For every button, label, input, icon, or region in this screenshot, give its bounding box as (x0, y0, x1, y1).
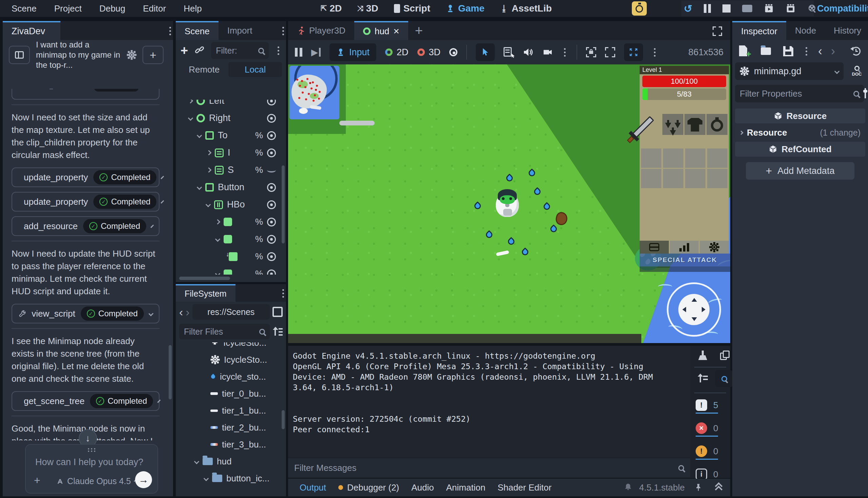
tab-inspector[interactable]: Inspector (732, 21, 786, 40)
equip-slot-armor[interactable] (685, 114, 705, 135)
tab-scene[interactable]: Scene (176, 21, 218, 40)
tab-script[interactable]: Script (394, 3, 430, 14)
pin-bottom-panel-icon[interactable] (693, 483, 703, 492)
chat-settings-icon[interactable] (127, 51, 137, 60)
menu-help[interactable]: Help (183, 3, 202, 14)
file-row[interactable]: IcycleSto... (178, 342, 281, 351)
attach-button[interactable]: + (34, 474, 40, 487)
inventory-slot[interactable] (707, 169, 728, 188)
object-history-icon[interactable] (851, 46, 861, 56)
drag-handle-icon[interactable] (88, 448, 95, 449)
remote-display-icon[interactable] (742, 5, 752, 12)
tool-card[interactable]: update_property ✓Completed (12, 168, 159, 187)
collapse-icon[interactable] (197, 185, 202, 190)
renderer-dropdown[interactable]: Compatibility (817, 0, 868, 17)
hud-tab-settings[interactable] (700, 241, 729, 253)
zivadev-menu-icon[interactable] (167, 25, 173, 37)
add-metadata-button[interactable]: + Add Metadata (746, 162, 854, 180)
menu-editor[interactable]: Editor (143, 3, 166, 14)
tree-row[interactable]: Left (178, 100, 281, 109)
tree-row[interactable]: % (178, 213, 281, 231)
tab-history[interactable]: History (825, 21, 868, 40)
new-resource-icon[interactable]: + (739, 45, 749, 57)
split-view-icon[interactable] (272, 307, 283, 317)
scene-tree[interactable]: Left Right To% I% S% Button HBo % % % % … (178, 100, 281, 275)
error-counter[interactable]: × 0 (695, 422, 718, 434)
scene-tree-hscrollbar[interactable] (179, 277, 230, 280)
file-row[interactable]: IcycleSto... (178, 351, 281, 368)
collapse-duplicates-icon[interactable] (697, 374, 708, 384)
tree-row[interactable]: I% (178, 144, 281, 161)
info-counter[interactable]: i 0 (695, 469, 718, 480)
inventory-slot[interactable] (663, 148, 684, 168)
folder-row[interactable]: hud (178, 453, 281, 470)
sort-files-icon[interactable] (274, 327, 283, 336)
open-docs-icon[interactable]: DOC (848, 66, 865, 77)
joystick-knob[interactable] (678, 294, 710, 325)
tool-card[interactable]: add_resource ✓Completed (12, 216, 159, 236)
visibility-icon[interactable] (267, 200, 276, 209)
expand-chevron-icon[interactable] (157, 399, 161, 403)
conversation-title[interactable]: I want to add a minimap to my game in th… (36, 40, 121, 70)
section-resource[interactable]: Resource (1 change) (735, 125, 865, 140)
nav-forward-icon[interactable]: › (186, 305, 189, 319)
tree-row[interactable]: % (178, 265, 281, 275)
game-menu-icon[interactable] (562, 46, 568, 58)
tool-card[interactable]: get_scene_tree ✓Completed (12, 391, 159, 411)
notification-bell-icon[interactable] (623, 482, 633, 493)
tree-row[interactable]: To% (178, 127, 281, 144)
menu-project[interactable]: Project (54, 3, 82, 14)
sidebar-toggle-button[interactable] (9, 46, 30, 64)
visibility-icon[interactable] (267, 100, 276, 105)
nav-back-icon[interactable]: ‹ (179, 305, 183, 319)
chat-scrollbar[interactable] (169, 345, 172, 399)
embed-lock-icon[interactable] (586, 47, 596, 57)
expand-icon[interactable] (206, 150, 212, 156)
visibility-icon[interactable] (267, 235, 276, 244)
special-attack-button[interactable]: SPECIAL ATTACK (640, 253, 730, 266)
collapse-icon[interactable] (194, 459, 200, 464)
scene-filter-input[interactable] (216, 46, 246, 56)
console-log[interactable]: Godot Engine v4.5.1.stable.arch_linux - … (288, 346, 690, 457)
menu-scene[interactable]: Scene (12, 3, 37, 14)
collapse-icon[interactable] (197, 133, 202, 138)
bottom-tab-shader-editor[interactable]: Shader Editor (492, 482, 558, 493)
visibility-icon[interactable] (267, 252, 276, 261)
path-bar[interactable]: res://Scenes (192, 304, 270, 320)
file-row[interactable]: tier_1_bu... (178, 402, 281, 419)
file-row[interactable]: tier_0_bu... (178, 385, 281, 402)
reload-project-icon[interactable]: ↺ (684, 3, 692, 15)
remote-toggle[interactable]: Remote (180, 64, 228, 75)
file-row[interactable]: tier_3_bu... (178, 436, 281, 453)
new-chat-button[interactable]: + (142, 46, 164, 64)
instance-scene-icon[interactable] (195, 46, 204, 55)
stop-icon[interactable] (723, 4, 730, 13)
collapse-icon[interactable] (204, 476, 209, 481)
tab-2d[interactable]: ⇱2D (321, 3, 342, 14)
tab-assetlib[interactable]: ⭳AssetLib (500, 3, 552, 14)
scene-filter-box[interactable] (211, 42, 269, 59)
embed-menu-icon[interactable] (652, 46, 658, 58)
tab-player3d[interactable]: Player3D (288, 21, 354, 40)
resource-menu-icon[interactable] (804, 45, 809, 57)
inventory-slot[interactable] (663, 169, 684, 188)
expand-chevron-icon[interactable] (161, 175, 164, 179)
visibility-icon[interactable] (267, 270, 276, 275)
scene-toolbar-menu-icon[interactable] (276, 44, 281, 57)
tree-row[interactable]: Right (178, 109, 281, 127)
tool-card-partial[interactable] (12, 89, 159, 100)
inventory-slot[interactable] (641, 169, 661, 188)
history-back-icon[interactable]: ‹ (818, 44, 822, 58)
tab-node[interactable]: Node (786, 21, 825, 40)
expand-icon[interactable] (206, 168, 212, 173)
copy-log-icon[interactable] (720, 351, 730, 361)
tab-game[interactable]: Game (446, 3, 485, 14)
message-filter-input[interactable] (294, 463, 678, 473)
expand-chevron-icon[interactable] (151, 224, 154, 228)
chat-input[interactable] (35, 457, 147, 468)
filesystem-menu-icon[interactable] (280, 287, 286, 300)
movie-maker-button[interactable] (632, 1, 647, 16)
tree-row[interactable]: HBo (178, 196, 281, 213)
node-picker-icon[interactable] (503, 47, 514, 57)
inventory-slot[interactable] (707, 148, 728, 168)
